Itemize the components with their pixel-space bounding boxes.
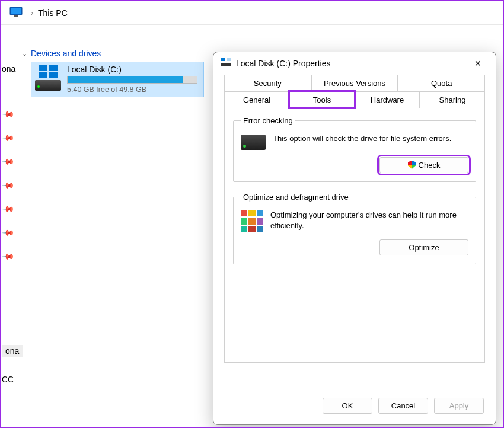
drive-check-icon <box>241 135 266 150</box>
tab-quota[interactable]: Quota <box>398 75 485 91</box>
truncated-nav-text-2: ona <box>2 345 23 357</box>
group-optimize: Optimize and defragment drive Optimizing… <box>233 193 476 264</box>
cancel-button[interactable]: Cancel <box>378 398 428 414</box>
section-devices-and-drives[interactable]: ⌄ Devices and drives <box>22 49 101 58</box>
group-legend: Optimize and defragment drive <box>241 193 351 202</box>
chevron-right-icon: › <box>31 9 33 17</box>
optimize-button[interactable]: Optimize <box>379 239 468 255</box>
breadcrumb-location[interactable]: This PC <box>38 8 68 18</box>
pin-icon: 📌 <box>1 202 16 217</box>
svg-rect-2 <box>14 15 18 17</box>
error-check-description: This option will check the drive for fil… <box>273 133 468 144</box>
section-title: Devices and drives <box>31 49 101 58</box>
this-pc-icon <box>9 7 23 20</box>
tab-sharing[interactable]: Sharing <box>420 91 485 108</box>
tab-panel-tools: Error checking This option will check th… <box>224 108 485 363</box>
drive-free-text: 5.40 GB free of 49.8 GB <box>67 85 200 94</box>
close-button[interactable]: ✕ <box>467 55 489 72</box>
pin-icon: 📌 <box>1 250 16 264</box>
drive-icon <box>35 65 61 91</box>
drive-usage-bar <box>67 76 197 84</box>
pin-icon: 📌 <box>1 226 16 241</box>
drive-label: Local Disk (C:) <box>67 65 200 74</box>
properties-dialog: Local Disk (C:) Properties ✕ Security Pr… <box>213 52 496 425</box>
tab-security[interactable]: Security <box>224 75 311 91</box>
dialog-title: Local Disk (C:) Properties <box>236 59 467 68</box>
ok-button[interactable]: OK <box>323 398 372 414</box>
address-bar[interactable]: › This PC <box>1 1 503 25</box>
uac-shield-icon <box>408 161 416 169</box>
tab-previous-versions[interactable]: Previous Versions <box>311 75 398 91</box>
svg-rect-5 <box>221 63 231 66</box>
pin-icon: 📌 <box>1 178 16 193</box>
truncated-nav-text-1: ona <box>2 64 15 74</box>
defrag-icon <box>241 210 263 232</box>
drive-small-icon <box>221 58 231 69</box>
group-legend: Error checking <box>241 116 295 125</box>
check-button[interactable]: Check <box>379 157 468 173</box>
drive-item-c[interactable]: Local Disk (C:) 5.40 GB free of 49.8 GB <box>31 62 204 97</box>
optimize-description: Optimizing your computer's drives can he… <box>270 210 468 231</box>
svg-rect-4 <box>227 58 231 61</box>
svg-rect-3 <box>221 58 225 61</box>
pin-icon: 📌 <box>1 131 16 146</box>
tab-general[interactable]: General <box>224 91 289 108</box>
apply-button[interactable]: Apply <box>434 398 484 414</box>
dialog-titlebar[interactable]: Local Disk (C:) Properties ✕ <box>213 52 496 75</box>
pinned-items-strip: 📌 📌 📌 📌 📌 📌 📌 <box>3 96 15 276</box>
pin-icon: 📌 <box>1 155 16 170</box>
tab-tools[interactable]: Tools <box>289 91 355 108</box>
check-button-label: Check <box>419 161 441 170</box>
chevron-down-icon: ⌄ <box>22 50 27 58</box>
group-error-checking: Error checking This option will check th… <box>233 116 476 182</box>
svg-rect-1 <box>11 8 21 14</box>
pin-icon: 📌 <box>1 107 16 122</box>
dialog-button-row: OK Cancel Apply <box>213 389 496 424</box>
truncated-nav-text-3: CC <box>2 375 14 384</box>
tab-hardware[interactable]: Hardware <box>355 91 420 108</box>
tab-strip: Security Previous Versions Quota General… <box>213 75 496 108</box>
